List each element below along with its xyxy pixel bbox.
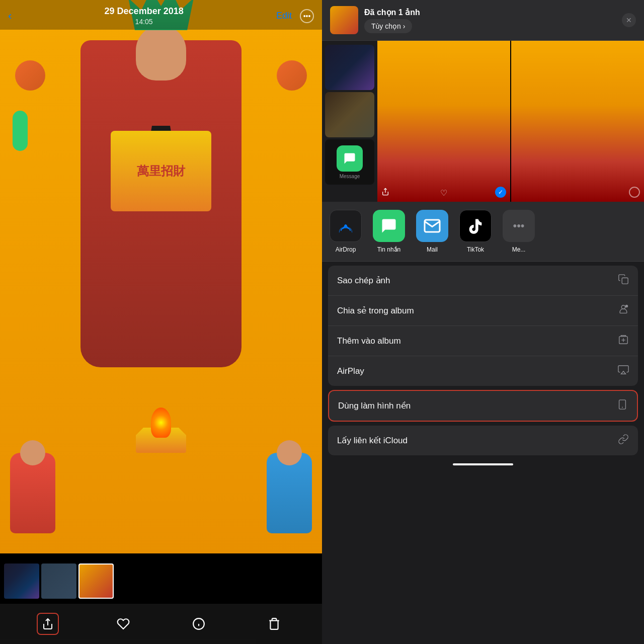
tiktok-label: TikTok [467,246,484,253]
nav-row: ‹ 29 December 2018 14:05 Edit ••• [8,6,314,26]
bottom-home-indicator-area [322,459,644,469]
mail-icon-container [416,210,448,242]
options-label: Tùy chọn [371,22,401,30]
airplay-icon [618,364,629,378]
decoration-flower-left [15,60,45,91]
action-section-3: Lấy liên kết iCloud [328,426,638,455]
add-album-icon [618,334,629,348]
app-messages[interactable]: Tin nhắn [371,210,407,253]
decoration-flower-right [277,60,307,91]
trash-icon [268,617,281,630]
app-more[interactable]: ••• Me... [501,210,536,253]
favorite-button[interactable] [112,613,134,635]
app-tiktok[interactable]: TikTok [458,210,493,253]
main-photos-strip: ♡ ✓ [377,41,644,202]
action-airplay[interactable]: AirPlay [328,356,638,386]
close-icon: ✕ [626,16,632,24]
icloud-link-label: Lấy liên kết iCloud [337,435,408,446]
album-add-icon [618,334,629,345]
share-album-icon: + [618,304,629,317]
copy-icon [618,274,629,287]
copy-photo-label: Sao chép ảnh [337,275,390,286]
link-icon [618,434,629,445]
action-section-wallpaper: Dùng làm hình nền [328,390,638,422]
more-dots-icon: ••• [513,219,524,232]
photo-strip: Message ♡ ✓ [322,41,644,202]
messages-label: Tin nhắn [377,246,401,253]
person-badge-icon: + [618,304,629,315]
close-share-button[interactable]: ✕ [622,13,636,27]
mail-label: Mail [427,246,438,253]
share-selection-title: Đã chọn 1 ảnh [364,8,616,17]
message-icon [337,145,363,172]
more-options-button[interactable]: ••• [300,9,314,23]
airdrop-label: AirDrop [336,246,356,253]
photo-thumbnails-strip [0,558,322,604]
decoration-child-left [10,453,55,533]
contact-thumb-1[interactable] [325,45,374,90]
messages-icon-container [373,210,405,242]
app-airdrop[interactable]: AirDrop [328,210,363,253]
airdrop-icon-container [330,210,362,242]
airplay-svg-icon [618,364,629,375]
tiktok-icon [466,217,485,235]
decoration-flame [151,408,171,438]
decoration-scroll: 萬里招財 [111,131,211,211]
photo-time: 14:05 [105,18,184,26]
phone-icon [617,399,628,410]
message-contact[interactable]: Message [325,139,374,185]
action-wallpaper[interactable]: Dùng làm hình nền [329,391,637,421]
airplay-label: AirPlay [337,366,364,376]
info-button[interactable] [188,613,210,635]
share-sheet: Đã chọn 1 ảnh Tùy chọn › ✕ Message [322,0,644,644]
share-sheet-header: Đã chọn 1 ảnh Tùy chọn › ✕ [322,0,644,41]
nav-actions: Edit ••• [276,9,314,23]
action-add-album[interactable]: Thêm vào album [328,326,638,356]
selected-checkmark: ✓ [495,187,506,198]
decoration-child-right [267,453,312,533]
add-album-label: Thêm vào album [337,336,401,346]
share-options-button[interactable]: Tùy chọn › [364,19,412,33]
message-bubble-icon [343,151,357,166]
svg-text:+: + [626,305,627,307]
photo-content: 萬里招財 [0,0,322,553]
strip-share-icon [381,188,389,198]
thumbnail-item-selected[interactable] [78,564,114,599]
date-container: 29 December 2018 14:05 [105,6,184,26]
bottom-toolbar [0,604,322,644]
left-panel: 萬里招財 ‹ 29 December 2018 [0,0,322,644]
edit-button[interactable]: Edit [276,11,292,21]
unselected-circle [629,187,640,198]
message-label: Message [340,174,360,179]
action-copy-photo[interactable]: Sao chép ảnh [328,266,638,296]
svg-marker-13 [621,371,625,374]
strip-photo-1[interactable]: ♡ ✓ [377,41,510,202]
info-icon [192,617,205,630]
share-button[interactable] [37,613,59,635]
tiktok-icon-container [459,210,492,242]
contact-thumb-2[interactable] [325,92,374,137]
strip-heart-icon: ♡ [440,188,447,198]
svg-rect-14 [619,400,626,409]
action-share-album[interactable]: Chia sẻ trong album + [328,296,638,326]
strip-photo-2[interactable] [511,41,644,202]
icloud-link-icon [618,434,629,447]
decoration-head [136,25,186,80]
airdrop-icon [337,217,355,235]
contact-strip: Message [322,41,377,202]
chevron-right-icon: › [403,22,406,30]
top-navigation-bar: ‹ 29 December 2018 14:05 Edit ••• [0,0,322,30]
delete-button[interactable] [263,613,285,635]
back-button[interactable]: ‹ [8,10,12,23]
copy-svg-icon [618,274,629,285]
messages-icon [380,217,398,235]
wallpaper-label: Dùng làm hình nền [338,400,411,411]
app-mail[interactable]: Mail [415,210,450,253]
thumbnail-item[interactable] [41,564,76,599]
action-icloud-link[interactable]: Lấy liên kết iCloud [328,426,638,455]
more-label: Me... [512,246,526,253]
photo-date: 29 December 2018 [105,6,184,17]
wallpaper-icon [617,399,628,413]
share-header-info: Đã chọn 1 ảnh Tùy chọn › [364,8,616,33]
thumbnail-item[interactable] [4,564,39,599]
